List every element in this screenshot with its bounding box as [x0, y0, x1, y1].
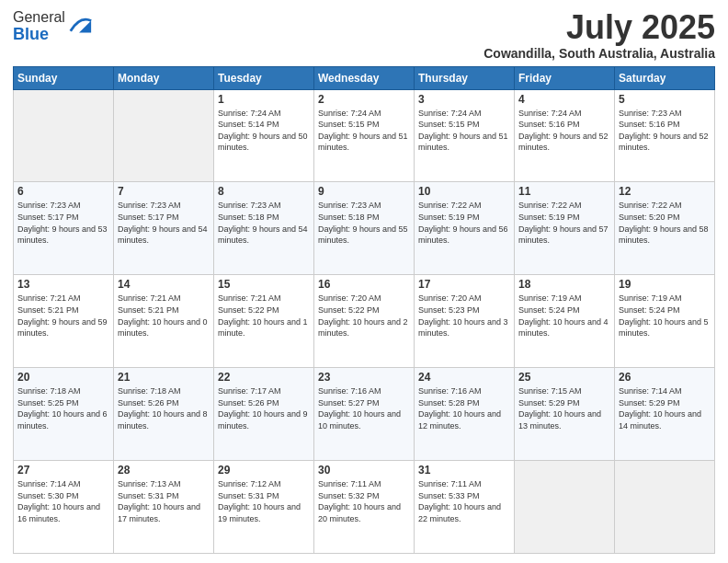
day-number: 19 — [619, 278, 711, 291]
day-info: Sunrise: 7:18 AM Sunset: 5:26 PM Dayligh… — [118, 385, 210, 431]
title-block: July 2025 Cowandilla, South Australia, A… — [483, 9, 715, 61]
day-info: Sunrise: 7:24 AM Sunset: 5:16 PM Dayligh… — [518, 108, 610, 154]
calendar-header-monday: Monday — [114, 66, 214, 89]
calendar-cell — [515, 461, 615, 554]
day-number: 11 — [518, 185, 610, 198]
day-info: Sunrise: 7:21 AM Sunset: 5:22 PM Dayligh… — [218, 293, 310, 339]
calendar-header-wednesday: Wednesday — [314, 66, 415, 89]
calendar-cell: 15Sunrise: 7:21 AM Sunset: 5:22 PM Dayli… — [214, 275, 314, 368]
day-number: 21 — [118, 371, 210, 384]
logo-icon — [67, 14, 93, 40]
calendar-header-sunday: Sunday — [14, 66, 114, 89]
day-number: 26 — [619, 371, 711, 384]
day-number: 27 — [17, 464, 109, 477]
day-number: 24 — [418, 371, 510, 384]
day-number: 14 — [118, 278, 210, 291]
logo-blue-text: Blue — [13, 25, 49, 43]
day-number: 2 — [318, 93, 410, 106]
day-info: Sunrise: 7:23 AM Sunset: 5:18 PM Dayligh… — [318, 200, 410, 246]
calendar-cell: 25Sunrise: 7:15 AM Sunset: 5:29 PM Dayli… — [515, 368, 615, 461]
day-number: 13 — [17, 278, 109, 291]
day-number: 29 — [218, 464, 310, 477]
day-info: Sunrise: 7:20 AM Sunset: 5:22 PM Dayligh… — [318, 293, 410, 339]
subtitle: Cowandilla, South Australia, Australia — [483, 46, 715, 61]
day-number: 31 — [418, 464, 510, 477]
calendar-cell: 8Sunrise: 7:23 AM Sunset: 5:18 PM Daylig… — [214, 182, 314, 275]
calendar-cell: 3Sunrise: 7:24 AM Sunset: 5:15 PM Daylig… — [415, 89, 515, 182]
day-info: Sunrise: 7:18 AM Sunset: 5:25 PM Dayligh… — [17, 385, 109, 431]
day-info: Sunrise: 7:24 AM Sunset: 5:15 PM Dayligh… — [318, 108, 410, 154]
day-number: 4 — [518, 93, 610, 106]
day-number: 15 — [218, 278, 310, 291]
calendar-header-row: SundayMondayTuesdayWednesdayThursdayFrid… — [14, 66, 715, 89]
calendar-week-row: 1Sunrise: 7:24 AM Sunset: 5:14 PM Daylig… — [14, 89, 715, 182]
day-info: Sunrise: 7:16 AM Sunset: 5:28 PM Dayligh… — [418, 385, 510, 431]
calendar-cell: 11Sunrise: 7:22 AM Sunset: 5:19 PM Dayli… — [515, 182, 615, 275]
calendar-cell: 26Sunrise: 7:14 AM Sunset: 5:29 PM Dayli… — [615, 368, 715, 461]
page: General Blue July 2025 Cowandilla, South… — [0, 0, 728, 563]
day-info: Sunrise: 7:13 AM Sunset: 5:31 PM Dayligh… — [118, 478, 210, 524]
day-number: 10 — [418, 185, 510, 198]
calendar-cell — [114, 89, 214, 182]
day-info: Sunrise: 7:22 AM Sunset: 5:19 PM Dayligh… — [418, 200, 510, 246]
calendar-cell: 27Sunrise: 7:14 AM Sunset: 5:30 PM Dayli… — [14, 461, 114, 554]
calendar-cell: 2Sunrise: 7:24 AM Sunset: 5:15 PM Daylig… — [314, 89, 415, 182]
calendar-table: SundayMondayTuesdayWednesdayThursdayFrid… — [13, 66, 715, 554]
day-number: 9 — [318, 185, 410, 198]
day-info: Sunrise: 7:19 AM Sunset: 5:24 PM Dayligh… — [619, 293, 711, 339]
calendar-cell: 9Sunrise: 7:23 AM Sunset: 5:18 PM Daylig… — [314, 182, 415, 275]
day-number: 18 — [518, 278, 610, 291]
day-info: Sunrise: 7:22 AM Sunset: 5:19 PM Dayligh… — [518, 200, 610, 246]
calendar-cell: 20Sunrise: 7:18 AM Sunset: 5:25 PM Dayli… — [14, 368, 114, 461]
day-number: 23 — [318, 371, 410, 384]
day-info: Sunrise: 7:24 AM Sunset: 5:14 PM Dayligh… — [218, 108, 310, 154]
calendar-cell: 24Sunrise: 7:16 AM Sunset: 5:28 PM Dayli… — [415, 368, 515, 461]
calendar-cell: 29Sunrise: 7:12 AM Sunset: 5:31 PM Dayli… — [214, 461, 314, 554]
calendar-cell: 14Sunrise: 7:21 AM Sunset: 5:21 PM Dayli… — [114, 275, 214, 368]
calendar-cell: 17Sunrise: 7:20 AM Sunset: 5:23 PM Dayli… — [415, 275, 515, 368]
day-info: Sunrise: 7:22 AM Sunset: 5:20 PM Dayligh… — [619, 200, 711, 246]
day-number: 3 — [418, 93, 510, 106]
calendar-header-tuesday: Tuesday — [214, 66, 314, 89]
day-number: 12 — [619, 185, 711, 198]
day-info: Sunrise: 7:19 AM Sunset: 5:24 PM Dayligh… — [518, 293, 610, 339]
logo-general-text: General — [13, 9, 65, 25]
day-info: Sunrise: 7:23 AM Sunset: 5:17 PM Dayligh… — [17, 200, 109, 246]
calendar-header-saturday: Saturday — [615, 66, 715, 89]
calendar-cell: 1Sunrise: 7:24 AM Sunset: 5:14 PM Daylig… — [214, 89, 314, 182]
day-info: Sunrise: 7:15 AM Sunset: 5:29 PM Dayligh… — [518, 385, 610, 431]
day-info: Sunrise: 7:14 AM Sunset: 5:29 PM Dayligh… — [619, 385, 711, 431]
calendar-week-row: 13Sunrise: 7:21 AM Sunset: 5:21 PM Dayli… — [14, 275, 715, 368]
day-info: Sunrise: 7:11 AM Sunset: 5:33 PM Dayligh… — [418, 478, 510, 524]
day-info: Sunrise: 7:14 AM Sunset: 5:30 PM Dayligh… — [17, 478, 109, 524]
calendar-cell — [14, 89, 114, 182]
day-info: Sunrise: 7:11 AM Sunset: 5:32 PM Dayligh… — [318, 478, 410, 524]
logo: General Blue — [13, 9, 93, 43]
calendar-cell: 18Sunrise: 7:19 AM Sunset: 5:24 PM Dayli… — [515, 275, 615, 368]
logo-text: General Blue — [13, 9, 93, 43]
calendar-cell: 28Sunrise: 7:13 AM Sunset: 5:31 PM Dayli… — [114, 461, 214, 554]
day-info: Sunrise: 7:12 AM Sunset: 5:31 PM Dayligh… — [218, 478, 310, 524]
calendar-week-row: 6Sunrise: 7:23 AM Sunset: 5:17 PM Daylig… — [14, 182, 715, 275]
day-number: 16 — [318, 278, 410, 291]
calendar-cell: 31Sunrise: 7:11 AM Sunset: 5:33 PM Dayli… — [415, 461, 515, 554]
calendar-cell: 12Sunrise: 7:22 AM Sunset: 5:20 PM Dayli… — [615, 182, 715, 275]
day-info: Sunrise: 7:21 AM Sunset: 5:21 PM Dayligh… — [118, 293, 210, 339]
header: General Blue July 2025 Cowandilla, South… — [13, 9, 715, 61]
calendar-cell: 30Sunrise: 7:11 AM Sunset: 5:32 PM Dayli… — [314, 461, 415, 554]
day-info: Sunrise: 7:20 AM Sunset: 5:23 PM Dayligh… — [418, 293, 510, 339]
calendar-cell: 22Sunrise: 7:17 AM Sunset: 5:26 PM Dayli… — [214, 368, 314, 461]
day-number: 28 — [118, 464, 210, 477]
day-number: 25 — [518, 371, 610, 384]
day-info: Sunrise: 7:23 AM Sunset: 5:16 PM Dayligh… — [619, 108, 711, 154]
calendar-cell: 10Sunrise: 7:22 AM Sunset: 5:19 PM Dayli… — [415, 182, 515, 275]
calendar-header-thursday: Thursday — [415, 66, 515, 89]
day-number: 5 — [619, 93, 711, 106]
calendar-cell: 19Sunrise: 7:19 AM Sunset: 5:24 PM Dayli… — [615, 275, 715, 368]
day-info: Sunrise: 7:23 AM Sunset: 5:17 PM Dayligh… — [118, 200, 210, 246]
day-info: Sunrise: 7:16 AM Sunset: 5:27 PM Dayligh… — [318, 385, 410, 431]
day-number: 1 — [218, 93, 310, 106]
day-number: 7 — [118, 185, 210, 198]
day-number: 22 — [218, 371, 310, 384]
calendar-cell: 7Sunrise: 7:23 AM Sunset: 5:17 PM Daylig… — [114, 182, 214, 275]
